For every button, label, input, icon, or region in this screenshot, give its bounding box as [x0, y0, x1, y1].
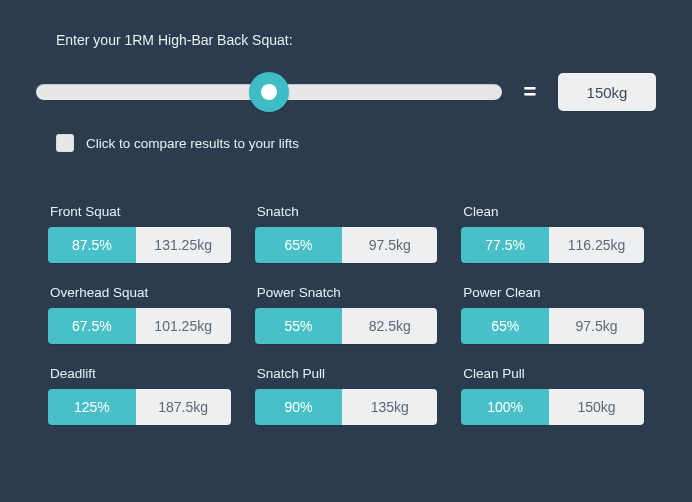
- prompt-label: Enter your 1RM High-Bar Back Squat:: [56, 32, 656, 48]
- lift-percent: 65%: [461, 308, 549, 344]
- lift-bar: 100% 150kg: [461, 389, 644, 425]
- lift-card: Front Squat 87.5% 131.25kg: [48, 204, 231, 263]
- lift-bar: 125% 187.5kg: [48, 389, 231, 425]
- lift-bar: 87.5% 131.25kg: [48, 227, 231, 263]
- lift-percent: 55%: [255, 308, 343, 344]
- lift-name: Deadlift: [48, 366, 231, 381]
- lift-card: Power Clean 65% 97.5kg: [461, 285, 644, 344]
- lift-name: Overhead Squat: [48, 285, 231, 300]
- lift-card: Clean Pull 100% 150kg: [461, 366, 644, 425]
- lift-card: Overhead Squat 67.5% 101.25kg: [48, 285, 231, 344]
- lift-percent: 77.5%: [461, 227, 549, 263]
- one-rm-slider[interactable]: [36, 72, 502, 112]
- lift-weight: 101.25kg: [136, 308, 231, 344]
- lifts-grid: Front Squat 87.5% 131.25kg Snatch 65% 97…: [48, 204, 644, 425]
- lift-bar: 90% 135kg: [255, 389, 438, 425]
- slider-thumb-inner: [261, 84, 277, 100]
- lift-percent: 100%: [461, 389, 549, 425]
- lift-name: Clean: [461, 204, 644, 219]
- lift-percent: 125%: [48, 389, 136, 425]
- one-rm-value[interactable]: 150kg: [558, 73, 656, 111]
- lift-weight: 116.25kg: [549, 227, 644, 263]
- lift-bar: 77.5% 116.25kg: [461, 227, 644, 263]
- lift-weight: 150kg: [549, 389, 644, 425]
- lift-card: Snatch 65% 97.5kg: [255, 204, 438, 263]
- compare-checkbox[interactable]: [56, 134, 74, 152]
- lift-name: Snatch Pull: [255, 366, 438, 381]
- compare-label: Click to compare results to your lifts: [86, 136, 299, 151]
- lift-weight: 97.5kg: [549, 308, 644, 344]
- lift-percent: 87.5%: [48, 227, 136, 263]
- lift-name: Snatch: [255, 204, 438, 219]
- lift-weight: 131.25kg: [136, 227, 231, 263]
- lift-card: Snatch Pull 90% 135kg: [255, 366, 438, 425]
- lift-name: Power Snatch: [255, 285, 438, 300]
- lift-percent: 67.5%: [48, 308, 136, 344]
- lift-card: Clean 77.5% 116.25kg: [461, 204, 644, 263]
- lift-percent: 65%: [255, 227, 343, 263]
- lift-weight: 135kg: [342, 389, 437, 425]
- lift-name: Power Clean: [461, 285, 644, 300]
- slider-thumb[interactable]: [249, 72, 289, 112]
- lift-weight: 82.5kg: [342, 308, 437, 344]
- lift-weight: 187.5kg: [136, 389, 231, 425]
- lift-bar: 65% 97.5kg: [461, 308, 644, 344]
- lift-name: Front Squat: [48, 204, 231, 219]
- compare-row[interactable]: Click to compare results to your lifts: [56, 134, 656, 152]
- lift-card: Deadlift 125% 187.5kg: [48, 366, 231, 425]
- lift-bar: 55% 82.5kg: [255, 308, 438, 344]
- lift-weight: 97.5kg: [342, 227, 437, 263]
- slider-row: = 150kg: [36, 72, 656, 112]
- lift-card: Power Snatch 55% 82.5kg: [255, 285, 438, 344]
- lift-bar: 67.5% 101.25kg: [48, 308, 231, 344]
- lift-percent: 90%: [255, 389, 343, 425]
- lift-name: Clean Pull: [461, 366, 644, 381]
- equals-icon: =: [520, 79, 540, 105]
- lift-bar: 65% 97.5kg: [255, 227, 438, 263]
